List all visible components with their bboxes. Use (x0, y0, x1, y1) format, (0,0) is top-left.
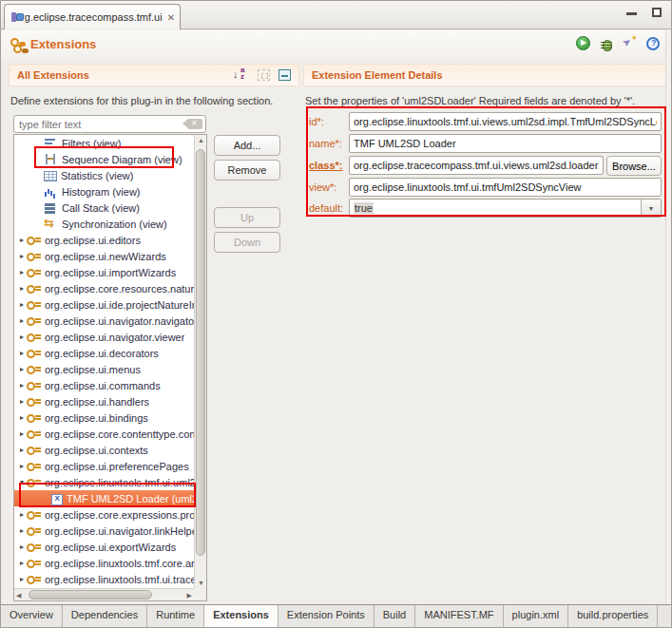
up-button[interactable]: Up (214, 207, 280, 228)
tree-expand-arrow[interactable]: ▸ (17, 349, 27, 357)
tree-expand-arrow[interactable]: ▸ (17, 429, 27, 438)
horizontal-scrollbar[interactable]: ◀ ▶ (14, 588, 194, 600)
tree-item[interactable]: Sequence Diagram (view) (14, 151, 194, 167)
id-field[interactable] (349, 112, 662, 131)
tree-item[interactable]: ▸ org.eclipse.linuxtools.tmf.core.analy (14, 555, 194, 571)
tree-item[interactable]: Call Stack (view) (14, 200, 194, 216)
editor-tab[interactable]: org.eclipse.tracecompass.tmf.ui ✕ (4, 4, 181, 29)
clear-filter-icon[interactable] (187, 119, 202, 129)
editor-tab-title: org.eclipse.tracecompass.tmf.ui (15, 11, 163, 23)
tree-expand-arrow[interactable]: ▸ (17, 381, 27, 390)
class-field[interactable] (349, 156, 604, 175)
tree-item[interactable]: ▸ org.eclipse.ui.preferencePages (14, 458, 194, 474)
tree-item[interactable]: ▸ org.eclipse.core.expressions.proper (14, 506, 194, 523)
tree-expand-arrow[interactable]: ▸ (17, 316, 27, 325)
tree-item[interactable]: ▸ org.eclipse.ui.ide.projectNatureIma (14, 296, 194, 313)
tree-item[interactable]: ▸ org.eclipse.ui.exportWizards (14, 539, 194, 555)
collapse-all-icon[interactable] (278, 69, 291, 81)
tree-item[interactable]: ▸ org.eclipse.ui.newWizards (14, 248, 194, 264)
tree-item[interactable]: ▸ org.eclipse.ui.importWizards (14, 264, 194, 280)
bottom-tab-runtime[interactable]: Runtime (147, 605, 204, 627)
page-title: Extensions (30, 37, 96, 51)
bottom-tab-dependencies[interactable]: Dependencies (63, 605, 147, 627)
tree-expand-arrow[interactable]: ▾ (17, 478, 27, 486)
tree-item[interactable]: ▸ org.eclipse.ui.bindings (14, 409, 194, 426)
tree-expand-arrow[interactable]: ▸ (17, 397, 27, 406)
down-button[interactable]: Down (214, 232, 280, 253)
tree-expand-arrow[interactable]: ▸ (17, 526, 27, 535)
tree-item[interactable]: Histogram (view) (14, 183, 194, 200)
id-label: id*: (309, 112, 349, 131)
tree-item[interactable]: ▸ org.eclipse.ui.handlers (14, 393, 194, 409)
class-label-link[interactable]: class*: (309, 156, 349, 175)
tree-item[interactable]: ▸ org.eclipse.ui.menus (14, 361, 194, 377)
remove-button[interactable]: Remove (214, 160, 280, 181)
tree-expand-arrow[interactable]: ▸ (17, 252, 27, 260)
maximize-icon[interactable] (652, 8, 662, 17)
tree-expand-arrow[interactable]: ▸ (17, 559, 27, 567)
debug-icon[interactable] (600, 37, 613, 50)
tree-expand-arrow[interactable]: ▸ (17, 268, 27, 276)
tree-expand-arrow[interactable]: ▸ (17, 300, 27, 309)
close-icon[interactable]: ✕ (167, 12, 175, 23)
sort-alphabetically-icon[interactable] (233, 68, 249, 82)
tree-expand-arrow[interactable]: ▸ (17, 284, 27, 293)
tree-expand-arrow[interactable]: ▸ (17, 333, 27, 341)
tree-item-label: org.eclipse.ui.preferencePages (45, 461, 189, 472)
expand-all-icon[interactable] (258, 69, 270, 81)
vertical-scrollbar[interactable]: ▲ ▼ (194, 135, 206, 588)
tree-item[interactable]: ▸ org.eclipse.linuxtools.tmf.ui.tracety (14, 571, 194, 587)
scroll-left-icon[interactable]: ◀ (16, 592, 21, 599)
tree-expand-arrow[interactable]: ▸ (17, 542, 27, 551)
bottom-tab-extensions[interactable]: Extensions (203, 605, 278, 627)
bottom-tab-plugin-xml[interactable]: plugin.xml (504, 605, 569, 627)
bottom-tab-manifest-mf[interactable]: MANIFEST.MF (415, 605, 503, 627)
tree-item[interactable]: Statistics (view) (14, 167, 194, 183)
bottom-tab-overview[interactable]: Overview (1, 605, 63, 627)
bottom-tab-extension-points[interactable]: Extension Points (278, 605, 374, 627)
view-field[interactable] (349, 178, 662, 197)
scroll-up-icon[interactable]: ▲ (198, 137, 204, 143)
tree-item[interactable]: ▾ org.eclipse.linuxtools.tmf.ui.uml2SD (14, 474, 194, 490)
tree-expand-arrow[interactable]: ▸ (17, 413, 27, 422)
chevron-down-icon[interactable]: ▼ (641, 200, 661, 217)
scroll-down-icon[interactable]: ▼ (198, 580, 204, 586)
tree-item[interactable]: ▸ org.eclipse.ui.navigator.viewer (14, 329, 194, 345)
default-combo[interactable]: true ▼ (349, 199, 662, 218)
tree-item-label: org.eclipse.ui.menus (45, 364, 141, 375)
add-button[interactable]: Add... (214, 135, 280, 156)
ext-point-icon (27, 573, 41, 585)
tree-expand-arrow[interactable]: ▸ (17, 462, 27, 470)
run-icon[interactable] (576, 36, 590, 50)
ext-point-icon (27, 541, 41, 553)
external-tools-icon[interactable] (623, 36, 637, 50)
tree-expand-arrow[interactable]: ▸ (17, 510, 27, 519)
bottom-tab-build-properties[interactable]: build.properties (568, 605, 658, 627)
tree-item[interactable]: ▸ org.eclipse.core.resources.natures (14, 280, 194, 296)
tree-expand-arrow[interactable]: ▸ (17, 575, 27, 583)
tree-item[interactable]: ▸ org.eclipse.ui.navigator.navigatorCo (14, 313, 194, 329)
tree-item[interactable]: Synchronization (view) (14, 216, 194, 232)
tree-item[interactable]: ▸ org.eclipse.ui.contexts (14, 442, 194, 458)
name-field[interactable] (349, 134, 662, 153)
tree-item[interactable]: TMF UML2SD Loader (uml2SDLoa (14, 490, 194, 506)
minimize-icon[interactable] (626, 12, 637, 15)
tree-item[interactable]: Filters (view) (14, 135, 194, 151)
tree-item[interactable]: ▸ org.eclipse.ui.commands (14, 377, 194, 393)
tree-expand-arrow[interactable]: ▸ (17, 365, 27, 373)
tree-expand-arrow[interactable]: ▸ (17, 446, 27, 454)
bottom-tab-build[interactable]: Build (374, 605, 415, 627)
tree-item[interactable]: ▸ org.eclipse.core.contenttype.conten (14, 426, 194, 442)
tree-expand-arrow[interactable]: ▸ (17, 236, 27, 244)
tree-item[interactable]: ▸ org.eclipse.ui.decorators (14, 345, 194, 361)
ext-point-icon (27, 298, 41, 311)
vertical-scrollbar-thumb[interactable] (196, 149, 205, 556)
tree-item[interactable]: ▸ org.eclipse.ui.navigator.linkHelper (14, 523, 194, 539)
help-icon[interactable] (646, 37, 660, 50)
horizontal-scrollbar-thumb[interactable] (29, 590, 152, 599)
browse-button[interactable]: Browse... (606, 156, 662, 176)
tree-item[interactable]: ▸ org.eclipse.ui.editors (14, 232, 194, 248)
sequence-diagram-icon (44, 153, 58, 165)
scroll-right-icon[interactable]: ▶ (187, 592, 192, 599)
filter-input[interactable] (19, 119, 187, 130)
